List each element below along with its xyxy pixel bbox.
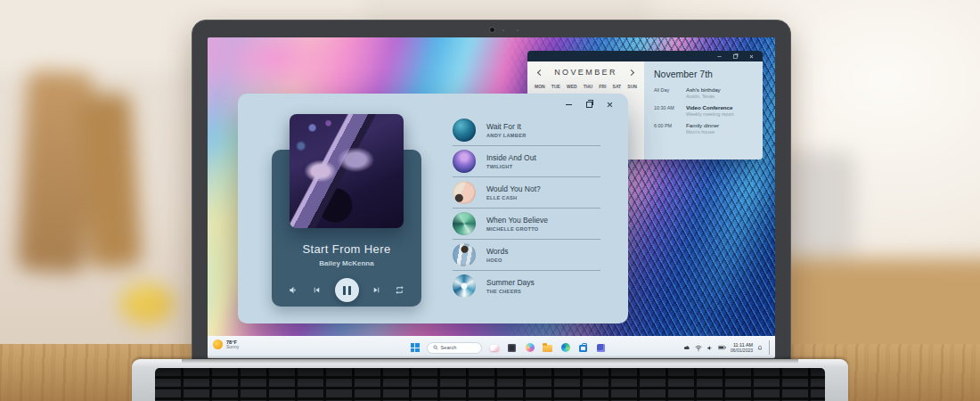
track-artist: TWILIGHT xyxy=(486,164,536,169)
track-artwork xyxy=(453,212,476,235)
taskbar-search[interactable]: Search xyxy=(427,342,482,354)
track-title: Words xyxy=(486,247,508,256)
sun-icon xyxy=(213,340,223,349)
track-artwork xyxy=(453,243,476,266)
volume-icon[interactable] xyxy=(289,285,299,296)
track-artist: MICHELLE GROTTO xyxy=(486,226,548,232)
track-title: Inside And Out xyxy=(486,153,536,162)
playlist-item[interactable]: Words HOEO xyxy=(453,240,600,271)
scene: NOVEMBER MON TUE WED THU FRI SAT SUN xyxy=(0,0,980,401)
notifications-icon[interactable] xyxy=(757,345,763,350)
screen: NOVEMBER MON TUE WED THU FRI SAT SUN xyxy=(208,37,775,358)
calendar-titlebar xyxy=(527,51,763,61)
track-artist: ANDY LAMBER xyxy=(486,133,527,138)
weekday-label: SAT xyxy=(613,84,622,89)
track-title: When You Believe xyxy=(486,216,548,225)
show-desktop-button[interactable] xyxy=(769,340,772,355)
volume-tray-icon[interactable] xyxy=(706,345,714,351)
minimize-icon[interactable] xyxy=(717,53,723,59)
weekday-label: THU xyxy=(584,84,592,89)
clock-date: 06/01/2023 xyxy=(731,348,753,353)
track-artwork xyxy=(453,274,476,298)
event-time: 10:30 AM xyxy=(654,104,686,117)
playlist-item[interactable]: Inside And Out TWILIGHT xyxy=(453,146,600,177)
playlist: Wait For It ANDY LAMBER Inside And Out T… xyxy=(453,115,600,301)
webcam-led xyxy=(502,29,504,31)
weather-condition: Sunny xyxy=(226,345,239,350)
search-label: Search xyxy=(441,345,457,350)
webcam xyxy=(489,27,495,33)
calendar-event[interactable]: 10:30 AM Video Conference Weekly meeting… xyxy=(654,104,754,117)
transport-controls xyxy=(272,278,421,302)
now-playing-artist: Bailey McKenna xyxy=(272,259,421,267)
onedrive-cloud-icon[interactable] xyxy=(683,345,690,350)
edge-icon[interactable] xyxy=(560,342,571,353)
weekday-label: TUE xyxy=(551,84,560,89)
laptop-base xyxy=(132,359,848,401)
track-artist: ELLE CASH xyxy=(486,195,541,200)
event-title: Family dinner xyxy=(686,122,754,128)
music-player-window: Start From Here Bailey McKenna xyxy=(238,94,628,323)
window-controls xyxy=(565,101,614,109)
track-artwork xyxy=(453,119,476,142)
close-icon[interactable] xyxy=(749,53,755,59)
event-title: Ash's birthday xyxy=(686,86,754,93)
calendar-event[interactable]: All Day Ash's birthday Austin, Texas xyxy=(654,86,754,99)
file-explorer-icon[interactable] xyxy=(543,342,553,353)
playlist-item[interactable]: Wait For It ANDY LAMBER xyxy=(453,115,600,146)
track-title: Wait For It xyxy=(486,122,527,131)
windows-start-icon[interactable] xyxy=(411,343,420,352)
album-art xyxy=(290,114,404,228)
event-subtitle: Mom's house xyxy=(686,129,754,135)
calendar-event[interactable]: 6:00 PM Family dinner Mom's house xyxy=(654,122,754,135)
next-track-icon[interactable] xyxy=(372,285,382,296)
task-view-icon[interactable] xyxy=(507,342,518,353)
weather-widget[interactable]: 78°F Sunny xyxy=(213,340,239,350)
event-time: All Day xyxy=(654,86,686,99)
event-title: Video Conference xyxy=(686,104,754,110)
weekday-label: SUN xyxy=(627,84,637,89)
minimize-icon[interactable] xyxy=(565,101,573,109)
playlist-item[interactable]: Summer Days THE CHEERS xyxy=(453,271,600,301)
taskbar: 78°F Sunny Search xyxy=(208,336,775,358)
track-artwork xyxy=(453,181,476,204)
event-subtitle: Austin, Texas xyxy=(686,94,754,99)
track-artist: HOEO xyxy=(486,258,508,263)
prev-month-icon[interactable] xyxy=(537,69,543,75)
weekday-label: WED xyxy=(567,84,577,89)
track-artist: THE CHEERS xyxy=(486,289,535,294)
system-tray: 11:11 AM 06/01/2023 xyxy=(683,337,772,358)
selected-date-heading: November 7th xyxy=(654,69,754,79)
now-playing-title: Start From Here xyxy=(272,242,421,256)
copilot-icon[interactable] xyxy=(525,342,535,353)
battery-icon[interactable] xyxy=(718,345,726,350)
track-title: Would You Not? xyxy=(486,184,541,193)
wifi-icon[interactable] xyxy=(695,345,702,351)
laptop-lid: NOVEMBER MON TUE WED THU FRI SAT SUN xyxy=(192,20,791,364)
restore-icon[interactable] xyxy=(733,53,739,59)
pause-button[interactable] xyxy=(335,278,359,302)
search-icon xyxy=(433,345,438,350)
taskbar-center: Search xyxy=(411,337,607,358)
teams-icon[interactable] xyxy=(596,342,607,353)
next-month-icon[interactable] xyxy=(628,69,634,75)
calendar-day-panel: November 7th All Day Ash's birthday Aust… xyxy=(644,61,763,160)
previous-track-icon[interactable] xyxy=(312,285,323,296)
cutting-board xyxy=(78,92,142,269)
repeat-icon[interactable] xyxy=(395,285,405,296)
playlist-item[interactable]: When You Believe MICHELLE GROTTO xyxy=(453,209,600,240)
restore-icon[interactable] xyxy=(585,101,593,109)
event-subtitle: Weekly meeting report xyxy=(686,111,754,117)
close-icon[interactable] xyxy=(606,101,614,109)
store-icon[interactable] xyxy=(578,342,589,353)
laptop-hinge xyxy=(182,359,798,364)
widgets-icon[interactable] xyxy=(489,342,500,353)
track-artwork xyxy=(453,150,476,173)
laptop-keyboard xyxy=(155,368,825,401)
fruit-bowl xyxy=(120,283,174,324)
playlist-item[interactable]: Would You Not? ELLE CASH xyxy=(453,177,600,209)
event-time: 6:00 PM xyxy=(654,122,686,135)
weekday-label: MON xyxy=(535,84,545,89)
track-title: Summer Days xyxy=(486,278,535,287)
taskbar-clock[interactable]: 11:11 AM 06/01/2023 xyxy=(731,342,753,353)
